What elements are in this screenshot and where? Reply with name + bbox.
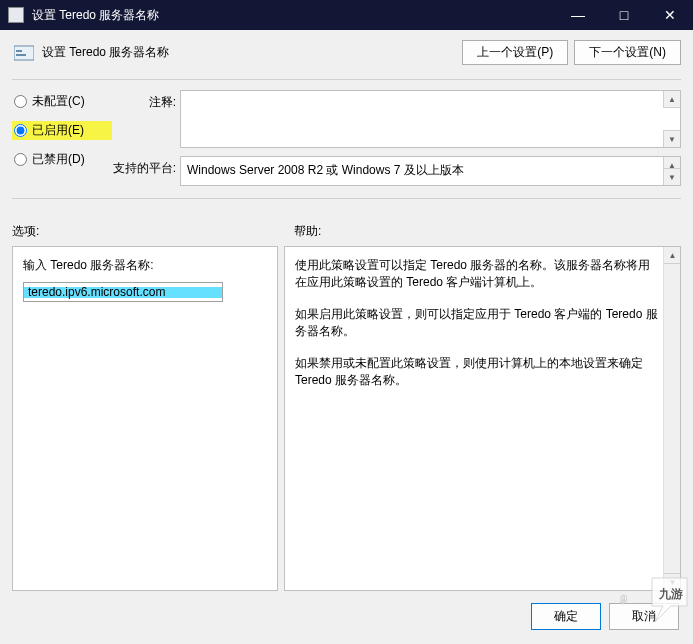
content-area: 设置 Teredo 服务器名称 上一个设置(P) 下一个设置(N) 未配置(C)… <box>0 30 693 644</box>
options-panel: 输入 Teredo 服务器名称: <box>12 246 278 591</box>
config-row: 未配置(C) 已启用(E) 已禁用(D) 注释: ▲ ▼ 支持的平台: <box>12 90 681 194</box>
server-name-label: 输入 Teredo 服务器名称: <box>23 257 267 274</box>
maximize-button[interactable]: □ <box>601 0 647 30</box>
footer: 确定 取消 <box>12 591 681 644</box>
comment-textbox[interactable]: ▲ ▼ <box>180 90 681 148</box>
radio-enabled[interactable]: 已启用(E) <box>12 121 112 140</box>
page-title: 设置 Teredo 服务器名称 <box>42 44 456 61</box>
help-p1: 使用此策略设置可以指定 Teredo 服务器的名称。该服务器名称将用在应用此策略… <box>295 257 658 292</box>
close-button[interactable]: ✕ <box>647 0 693 30</box>
comment-row: 注释: ▲ ▼ <box>112 90 681 148</box>
svg-rect-2 <box>16 54 26 56</box>
help-text: 使用此策略设置可以指定 Teredo 服务器的名称。该服务器名称将用在应用此策略… <box>295 257 658 389</box>
window-titlebar: 设置 Teredo 服务器名称 — □ ✕ <box>0 0 693 30</box>
comment-scroll-down[interactable]: ▼ <box>663 130 680 147</box>
radio-enabled-label: 已启用(E) <box>32 122 84 139</box>
app-icon <box>8 7 24 23</box>
options-label: 选项: <box>12 223 294 240</box>
platform-textbox: Windows Server 2008 R2 或 Windows 7 及以上版本… <box>180 156 681 186</box>
svg-rect-0 <box>14 46 34 60</box>
help-scroll-up[interactable]: ▲ <box>664 247 681 264</box>
radio-disabled[interactable]: 已禁用(D) <box>12 150 112 169</box>
radio-disabled-input[interactable] <box>14 153 27 166</box>
prev-setting-button[interactable]: 上一个设置(P) <box>462 40 568 65</box>
help-p3: 如果禁用或未配置此策略设置，则使用计算机上的本地设置来确定 Teredo 服务器… <box>295 355 658 390</box>
header-row: 设置 Teredo 服务器名称 上一个设置(P) 下一个设置(N) <box>12 40 681 65</box>
ok-button[interactable]: 确定 <box>531 603 601 630</box>
server-name-input[interactable] <box>23 282 223 302</box>
right-column: 注释: ▲ ▼ 支持的平台: Windows Server 2008 R2 或 … <box>112 90 681 194</box>
window-title: 设置 Teredo 服务器名称 <box>32 7 555 24</box>
radio-group: 未配置(C) 已启用(E) 已禁用(D) <box>12 90 112 194</box>
platform-row: 支持的平台: Windows Server 2008 R2 或 Windows … <box>112 156 681 186</box>
platform-label: 支持的平台: <box>112 156 180 186</box>
divider <box>12 79 681 80</box>
platform-value: Windows Server 2008 R2 或 Windows 7 及以上版本 <box>187 163 464 177</box>
radio-disabled-label: 已禁用(D) <box>32 151 85 168</box>
radio-not-configured[interactable]: 未配置(C) <box>12 92 112 111</box>
comment-label: 注释: <box>112 90 180 148</box>
section-labels: 选项: 帮助: <box>12 223 681 240</box>
policy-icon <box>12 43 36 63</box>
comment-scroll-up[interactable]: ▲ <box>663 91 680 108</box>
radio-not-configured-label: 未配置(C) <box>32 93 85 110</box>
panels: 输入 Teredo 服务器名称: 使用此策略设置可以指定 Teredo 服务器的… <box>12 246 681 591</box>
radio-not-configured-input[interactable] <box>14 95 27 108</box>
radio-enabled-input[interactable] <box>14 124 27 137</box>
help-scroll-down[interactable]: ▼ <box>664 573 681 590</box>
help-scrollbar[interactable]: ▲ ▼ <box>663 247 680 590</box>
help-panel: 使用此策略设置可以指定 Teredo 服务器的名称。该服务器名称将用在应用此策略… <box>284 246 681 591</box>
platform-scroll-down[interactable]: ▼ <box>663 168 680 185</box>
minimize-button[interactable]: — <box>555 0 601 30</box>
help-label: 帮助: <box>294 223 321 240</box>
cancel-button[interactable]: 取消 <box>609 603 679 630</box>
help-p2: 如果启用此策略设置，则可以指定应用于 Teredo 客户端的 Teredo 服务… <box>295 306 658 341</box>
svg-rect-1 <box>16 50 22 52</box>
next-setting-button[interactable]: 下一个设置(N) <box>574 40 681 65</box>
divider-2 <box>12 198 681 199</box>
